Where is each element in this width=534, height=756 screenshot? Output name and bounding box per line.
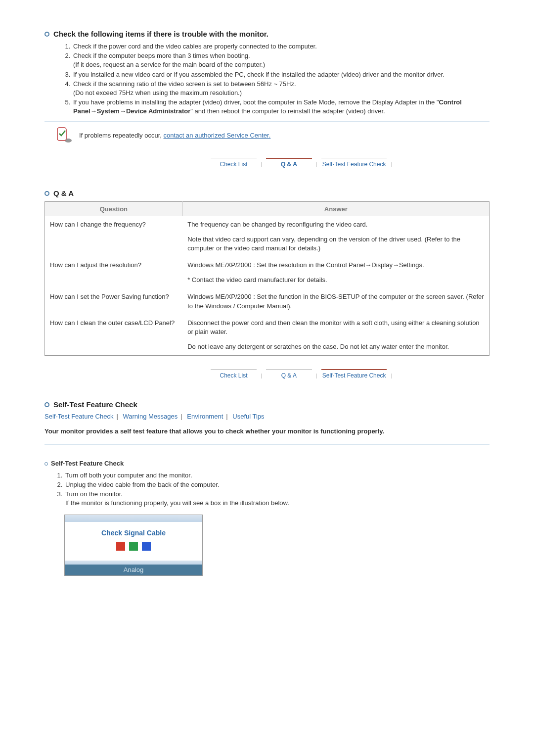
monitor-mode-label: Analog: [65, 565, 202, 575]
qa-table: Question Answer How can I change the fre…: [44, 201, 490, 356]
service-center-link[interactable]: contact an authorized Service Center.: [164, 132, 271, 139]
section-trouble-check: Check the following items if there is tr…: [44, 30, 490, 144]
tab-separator: |: [390, 161, 393, 167]
section2-title: Q & A: [53, 189, 74, 197]
note-text: If problems repeatedly occur, contact an…: [79, 132, 270, 139]
tab-separator: |: [260, 373, 263, 378]
list-item: If you have problems in installing the a…: [72, 98, 490, 116]
list-item: Turn on the monitor.If the monitor is fu…: [64, 490, 490, 508]
qa-answer: Windows ME/XP/2000 : Set the function in…: [182, 288, 489, 314]
sub-heading-self-test: Self-Test Feature Check: [44, 460, 490, 467]
monitor-illustration: Check Signal Cable Analog: [64, 515, 203, 576]
section-qa: Q & A Question Answer How can I change t…: [44, 189, 490, 356]
qa-question: How can I change the frequency?: [45, 216, 183, 257]
tab-self-test[interactable]: Self-Test Feature Check: [318, 371, 390, 380]
th-question: Question: [45, 201, 183, 216]
self-test-intro: Your monitor provides a self test featur…: [44, 427, 490, 436]
link-environment[interactable]: Environment: [187, 413, 223, 420]
table-row: How can I set the Power Saving function?…: [45, 288, 490, 314]
green-square-icon: [129, 542, 138, 551]
section1-title: Check the following items if there is tr…: [53, 30, 268, 38]
clipboard-check-icon: [54, 127, 72, 144]
link-self-test-feature[interactable]: Self-Test Feature Check: [44, 413, 113, 420]
monitor-message-area: Check Signal Cable: [65, 522, 202, 556]
link-warning-messages[interactable]: Warning Messages: [123, 413, 178, 420]
red-square-icon: [116, 542, 125, 551]
list-item: If you installed a new video card or if …: [72, 70, 490, 79]
section3-title: Self-Test Feature Check: [53, 400, 137, 409]
section-self-test: Self-Test Feature Check Self-Test Featur…: [44, 400, 490, 576]
tab-separator: |: [315, 161, 318, 167]
qa-question: How can I adjust the resolution?: [45, 257, 183, 288]
tab-self-test[interactable]: Self-Test Feature Check: [318, 159, 390, 169]
monitor-top-bar: [65, 515, 202, 522]
link-useful-tips[interactable]: Useful Tips: [232, 413, 264, 420]
rgb-squares: [65, 542, 202, 551]
tab-check-list[interactable]: Check List: [208, 371, 260, 380]
divider: [44, 444, 490, 445]
table-row: How can I clean the outer case/LCD Panel…: [45, 315, 490, 356]
self-test-sublinks: Self-Test Feature Check| Warning Message…: [44, 413, 490, 420]
qa-answer: Windows ME/XP/2000 : Set the resolution …: [182, 257, 489, 288]
table-row: How can I adjust the resolution? Windows…: [45, 257, 490, 288]
trouble-list: Check if the power cord and the video ca…: [72, 42, 490, 116]
list-item: Check if the power cord and the video ca…: [72, 42, 490, 51]
blue-square-icon: [142, 542, 151, 551]
check-signal-cable-text: Check Signal Cable: [65, 529, 202, 537]
tab-separator: |: [390, 373, 393, 378]
list-item: Check if the computer beeps more than 3 …: [72, 51, 490, 69]
tab-separator: |: [315, 373, 318, 378]
tab-check-list[interactable]: Check List: [208, 159, 260, 169]
tabs-strip-1: Check List | Q & A | Self-Test Feature C…: [208, 159, 490, 169]
self-test-steps: Turn off both your computer and the moni…: [64, 471, 490, 508]
bullet-icon: [44, 462, 48, 466]
divider: [44, 121, 490, 122]
bullet-icon: [44, 402, 49, 407]
table-row: How can I change the frequency? The freq…: [45, 216, 490, 257]
th-answer: Answer: [182, 201, 489, 216]
qa-answer: The frequency can be changed by reconfig…: [182, 216, 489, 257]
tab-separator: |: [260, 161, 263, 167]
qa-question: How can I set the Power Saving function?: [45, 288, 183, 314]
bullet-icon: [44, 32, 49, 37]
monitor-mid-bar: [65, 561, 202, 565]
list-item: Unplug the video cable from the back of …: [64, 480, 490, 489]
tabs-strip-2: Check List | Q & A | Self-Test Feature C…: [208, 371, 490, 380]
tab-qa[interactable]: Q & A: [263, 159, 315, 169]
list-item: Turn off both your computer and the moni…: [64, 471, 490, 480]
qa-answer: Disconnect the power cord and then clean…: [182, 315, 489, 356]
list-item: Check if the scanning ratio of the video…: [72, 80, 490, 97]
bullet-icon: [44, 191, 49, 196]
note-row: If problems repeatedly occur, contact an…: [54, 127, 490, 144]
qa-question: How can I clean the outer case/LCD Panel…: [45, 315, 183, 356]
tab-qa[interactable]: Q & A: [263, 371, 315, 380]
